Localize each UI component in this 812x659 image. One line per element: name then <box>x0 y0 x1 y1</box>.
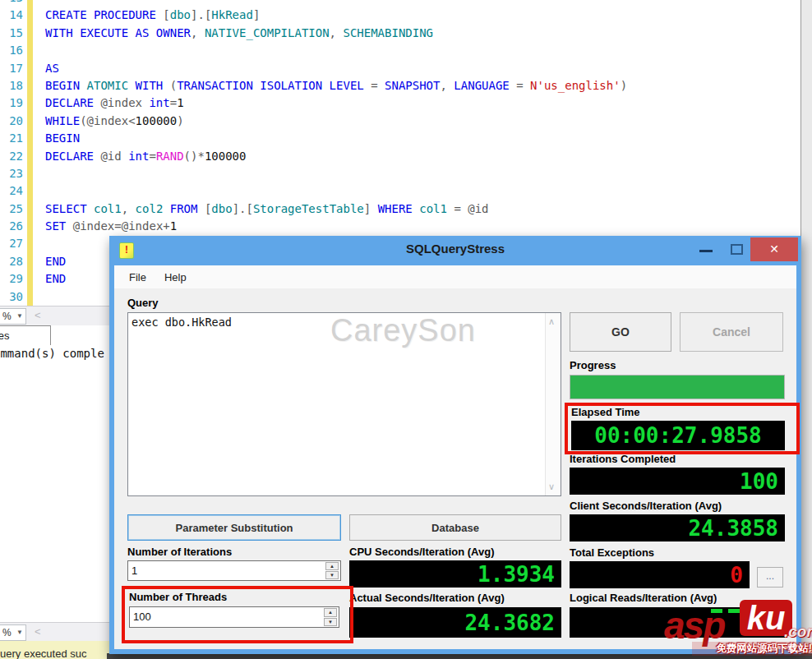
cancel-button[interactable]: Cancel <box>680 312 783 352</box>
line-number: 30 <box>0 290 23 303</box>
aspku-tagline: 免费网站源码下载站! <box>692 642 812 656</box>
aspku-com-text: .com <box>784 623 812 641</box>
line-number: 29 <box>0 272 23 285</box>
exceptions-more-button[interactable]: ... <box>757 567 783 588</box>
tab-messages[interactable]: essages <box>0 325 51 345</box>
aspku-asp-text: asp <box>664 603 724 647</box>
scroll-down-icon[interactable]: ∨ <box>548 482 555 492</box>
iterations-value: 1 <box>131 565 137 577</box>
total-exceptions-label: Total Exceptions <box>570 546 654 559</box>
line-number: 28 <box>0 255 23 268</box>
code-line: 16 <box>0 44 800 61</box>
chevron-down-icon: ▼ <box>16 312 23 320</box>
menu-help[interactable]: Help <box>155 271 196 283</box>
spin-down-icon[interactable]: ▼ <box>324 618 337 627</box>
threads-spin-buttons[interactable]: ▲ ▼ <box>324 608 337 626</box>
client-seconds-label: Client Seconds/Iteration (Avg) <box>570 500 722 512</box>
careyson-watermark: CareySon <box>330 313 476 348</box>
parameter-substitution-button[interactable]: Parameter Substitution <box>127 514 341 541</box>
line-number: 16 <box>0 44 23 57</box>
menu-bar: File Help <box>114 265 796 288</box>
aspku-watermark: asp ku .com 免费网站源码下载站! <box>664 598 812 659</box>
status-bar-text: uery executed suc <box>0 647 87 659</box>
spin-down-icon[interactable]: ▼ <box>325 571 339 579</box>
close-icon: ✕ <box>769 242 779 256</box>
query-text: exec dbo.HkRead <box>131 316 232 329</box>
code-line: 13 <box>0 0 800 8</box>
progress-fill <box>570 376 784 399</box>
title-bar[interactable]: ! SQLQueryStress ✕ <box>109 236 801 265</box>
dialog-client-area: Query exec dbo.HkRead CareySon ∧ ∨ GO Ca… <box>114 288 796 649</box>
iterations-completed-label: Iterations Completed <box>570 453 676 465</box>
tab-messages-label: essages <box>0 330 9 342</box>
zoom-level-dropdown-2[interactable]: % ▼ <box>0 624 26 641</box>
line-number: 17 <box>0 62 23 75</box>
number-of-threads-label: Number of Threads <box>129 591 227 603</box>
close-button[interactable]: ✕ <box>750 237 798 261</box>
total-exceptions-display: 0 <box>570 561 750 588</box>
elapsed-time-display: 00:00:27.9858 <box>571 421 785 450</box>
code-line: 19DECLARE @index int=1 <box>0 96 800 113</box>
hscroll-left-icon[interactable]: < <box>35 309 41 321</box>
spin-up-icon[interactable]: ▲ <box>324 608 337 617</box>
query-input[interactable]: exec dbo.HkRead CareySon ∧ ∨ <box>127 312 561 496</box>
number-of-iterations-input[interactable]: 1 ▲ ▼ <box>127 560 341 581</box>
maximize-icon <box>731 244 743 255</box>
line-number: 19 <box>0 96 23 109</box>
hscroll-left-icon[interactable]: < <box>35 625 41 638</box>
line-number: 23 <box>0 167 23 180</box>
line-number: 20 <box>0 114 23 127</box>
line-number: 14 <box>0 8 23 21</box>
number-of-iterations-label: Number of Iterations <box>127 546 232 558</box>
screenshot-stage: 1314CREATE PROCEDURE [dbo].[HkRead]15WIT… <box>0 0 812 659</box>
maximize-button[interactable] <box>727 242 749 257</box>
line-number: 24 <box>0 184 23 197</box>
code-line: 25SELECT col1, col2 FROM [dbo].[StorageT… <box>0 202 800 219</box>
scroll-up-icon[interactable]: ∧ <box>548 316 555 327</box>
database-button[interactable]: Database <box>349 514 561 541</box>
cpu-seconds-display: 1.3934 <box>349 560 561 588</box>
code-line: 14CREATE PROCEDURE [dbo].[HkRead] <box>0 8 800 25</box>
line-number: 25 <box>0 202 23 215</box>
progress-label: Progress <box>570 359 616 371</box>
code-line: 26SET @index=@index+1 <box>0 219 800 237</box>
chevron-down-icon: ▼ <box>16 629 23 636</box>
threads-value: 100 <box>133 611 151 623</box>
line-number: 15 <box>0 26 23 39</box>
query-scrollbar[interactable]: ∧ ∨ <box>545 313 561 495</box>
actual-seconds-label: Actual Seconds/Iteration (Avg) <box>349 592 505 604</box>
zoom-level-value: % <box>2 311 12 322</box>
client-seconds-display: 24.3858 <box>570 514 785 541</box>
elapsed-time-label: Elapsed Time <box>571 406 640 418</box>
cpu-seconds-label: CPU Seconds/Iteration (Avg) <box>349 546 494 558</box>
code-line: 18BEGIN ATOMIC WITH (TRANSACTION ISOLATI… <box>0 79 800 96</box>
menu-file[interactable]: File <box>120 271 155 283</box>
code-line: 23 <box>0 167 800 184</box>
line-number: 26 <box>0 219 23 233</box>
code-line: 21BEGIN <box>0 131 800 149</box>
progress-bar <box>570 375 785 399</box>
number-of-threads-input[interactable]: 100 ▲ ▼ <box>129 606 339 628</box>
iterations-completed-display: 100 <box>570 468 785 495</box>
minimize-button[interactable] <box>696 242 717 257</box>
line-number: 27 <box>0 237 23 250</box>
line-number: 21 <box>0 131 23 145</box>
vertical-scrollbar-track[interactable] <box>800 0 812 654</box>
spin-up-icon[interactable]: ▲ <box>325 562 339 570</box>
zoom-level-dropdown[interactable]: % ▼ <box>0 308 26 325</box>
minimize-icon <box>699 250 713 252</box>
zoom-level-value-2: % <box>2 627 12 638</box>
go-button[interactable]: GO <box>570 312 671 352</box>
code-line: 22DECLARE @id int=RAND()*100000 <box>0 150 800 167</box>
line-number: 22 <box>0 150 23 163</box>
line-number: 18 <box>0 79 23 92</box>
code-line: 20WHILE(@index<100000) <box>0 114 800 131</box>
code-line: 15WITH EXECUTE AS OWNER, NATIVE_COMPILAT… <box>0 26 800 44</box>
query-label: Query <box>127 297 159 309</box>
code-line: 24 <box>0 184 800 201</box>
code-line: 17AS <box>0 62 800 79</box>
actual-seconds-display: 24.3682 <box>349 607 561 638</box>
messages-output-text: ommand(s) comple <box>0 347 104 360</box>
iterations-spin-buttons[interactable]: ▲ ▼ <box>325 562 339 579</box>
line-number: 13 <box>0 0 23 4</box>
